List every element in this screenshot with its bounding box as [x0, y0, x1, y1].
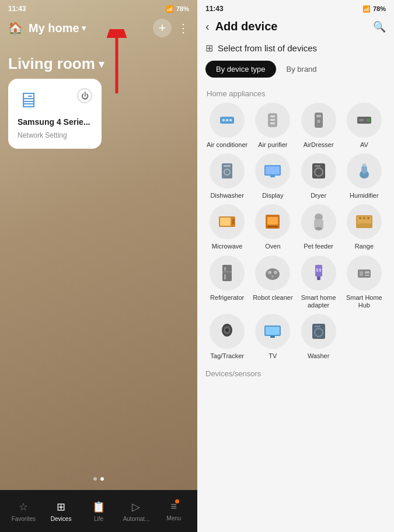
- device-circle-robot: [255, 256, 290, 290]
- svg-rect-21: [270, 176, 275, 177]
- nav-menu[interactable]: ≡ Menu: [155, 501, 193, 522]
- nav-life[interactable]: 📋 Life: [80, 501, 117, 522]
- device-item-av[interactable]: AV: [343, 103, 386, 149]
- nav-devices[interactable]: ⊞ Devices: [42, 501, 79, 522]
- device-circle-display: [255, 153, 290, 188]
- device-label-tracker: Tag/Tracker: [210, 352, 244, 360]
- device-label-ac: Air conditioner: [207, 141, 247, 149]
- add-button[interactable]: +: [153, 19, 172, 37]
- svg-rect-53: [319, 268, 321, 272]
- device-circle-oven: [255, 204, 290, 239]
- svg-rect-8: [270, 119, 275, 121]
- device-label-range: Range: [355, 243, 374, 250]
- device-item-tv[interactable]: TV: [251, 314, 294, 360]
- device-label-dryer: Dryer: [311, 192, 326, 200]
- svg-rect-11: [316, 115, 321, 117]
- svg-point-36: [315, 227, 322, 230]
- device-item-purifier[interactable]: Air purifier: [251, 103, 294, 149]
- svg-rect-17: [224, 165, 231, 167]
- device-circle-tracker: [210, 314, 245, 349]
- status-bar-right: 11:43 📶 78%: [197, 0, 394, 15]
- device-circle-microwave: [210, 204, 245, 239]
- home-dropdown-icon[interactable]: ▾: [82, 23, 86, 33]
- device-item-range[interactable]: Range: [343, 204, 386, 250]
- svg-rect-15: [359, 119, 364, 121]
- section-devices-sensors: Devices/sensors: [205, 369, 386, 378]
- device-label-microwave: Microwave: [212, 243, 243, 250]
- svg-point-12: [316, 119, 321, 124]
- device-card[interactable]: 🖥 ⏻ Samsung 4 Serie... Network Setting: [8, 79, 102, 149]
- select-row: ⊞ Select from list of devices: [205, 43, 386, 54]
- device-item-oven[interactable]: Oven: [251, 204, 294, 250]
- device-item-airdresser[interactable]: AirDresser: [297, 103, 340, 149]
- svg-point-41: [367, 217, 369, 219]
- battery-right: 78%: [373, 5, 386, 12]
- svg-rect-45: [224, 274, 226, 279]
- device-item-robot[interactable]: Robot cleaner: [251, 256, 294, 309]
- life-icon: 📋: [92, 501, 105, 513]
- device-item-dishwasher[interactable]: Dishwasher: [205, 153, 249, 200]
- devices-grid: Air conditioner Air purifier AirDresser: [205, 103, 386, 360]
- wifi-icon: 📶: [362, 5, 371, 13]
- svg-point-14: [367, 118, 370, 122]
- device-item-refrigerator[interactable]: Refrigerator: [205, 256, 249, 309]
- select-section: ⊞ Select from list of devices By device …: [197, 40, 394, 89]
- svg-rect-51: [317, 276, 320, 280]
- svg-point-40: [363, 217, 365, 219]
- device-circle-washer: [301, 314, 336, 349]
- svg-rect-3: [222, 119, 225, 121]
- automat-label: Automat...: [123, 516, 150, 522]
- device-label-airdresser: AirDresser: [304, 141, 334, 149]
- svg-point-48: [274, 271, 277, 274]
- svg-rect-4: [226, 119, 228, 121]
- svg-point-47: [268, 271, 271, 274]
- toggle-tabs: By device type By brand: [205, 61, 386, 78]
- device-item-dryer[interactable]: Dryer: [297, 153, 340, 200]
- home-icon[interactable]: 🏠: [8, 21, 23, 35]
- device-circle-dryer: [301, 153, 336, 188]
- nav-favorites[interactable]: ☆ Favorites: [5, 501, 42, 522]
- device-name: Samsung 4 Serie...: [18, 117, 92, 127]
- my-home-title[interactable]: My home ▾: [29, 22, 153, 35]
- top-right-icons: + ⋮: [153, 19, 189, 37]
- device-circle-av: [347, 103, 382, 138]
- search-button[interactable]: 🔍: [373, 20, 386, 33]
- svg-rect-56: [365, 271, 369, 274]
- svg-point-27: [362, 163, 366, 167]
- svg-rect-42: [222, 265, 232, 281]
- svg-rect-20: [266, 166, 280, 174]
- device-label-smarthome-adapter: Smart home adapter: [297, 294, 340, 309]
- device-item-smarthome-adapter[interactable]: Smart home adapter: [297, 256, 340, 309]
- power-button[interactable]: ⏻: [77, 88, 92, 103]
- device-label-dishwasher: Dishwasher: [210, 192, 243, 200]
- device-label-robot: Robot cleaner: [253, 294, 293, 302]
- sim-icon: 📶: [166, 5, 174, 13]
- device-item-microwave[interactable]: Microwave: [205, 204, 249, 250]
- device-item-humidifier[interactable]: Humidifier: [343, 153, 386, 200]
- devices-icon: ⊞: [57, 501, 65, 513]
- status-icons-left: 📶 78%: [166, 5, 189, 13]
- page-dots: [0, 477, 197, 481]
- room-dropdown-icon[interactable]: ▾: [99, 58, 104, 71]
- tab-by-brand[interactable]: By brand: [276, 61, 327, 78]
- device-circle-range: [347, 204, 382, 239]
- device-item-tracker[interactable]: Tag/Tracker: [205, 314, 249, 360]
- device-circle-petfeeder: [301, 204, 336, 239]
- svg-rect-29: [220, 218, 231, 226]
- device-item-washer[interactable]: Washer: [297, 314, 340, 360]
- grid-icon: ⊞: [205, 43, 213, 54]
- devices-label: Devices: [51, 516, 72, 522]
- device-item-petfeeder[interactable]: Pet feeder: [297, 204, 340, 250]
- device-item-smart-home-hub[interactable]: Smart Home Hub: [343, 256, 386, 309]
- device-item-display[interactable]: Display: [251, 153, 294, 200]
- devices-scroll[interactable]: Home appliances Air conditioner Air puri…: [197, 89, 394, 532]
- device-item-ac[interactable]: Air conditioner: [205, 103, 249, 149]
- device-label-display: Display: [262, 192, 283, 200]
- bottom-nav: ☆ Favorites ⊞ Devices 📋 Life ▷ Automat..…: [0, 490, 197, 532]
- svg-rect-57: [365, 275, 369, 276]
- back-button[interactable]: ‹: [205, 20, 210, 33]
- tab-by-device-type[interactable]: By device type: [205, 61, 276, 78]
- nav-automat[interactable]: ▷ Automat...: [117, 501, 155, 522]
- status-bar-left: 11:43 📶 78%: [0, 0, 197, 15]
- more-icon[interactable]: ⋮: [177, 21, 189, 35]
